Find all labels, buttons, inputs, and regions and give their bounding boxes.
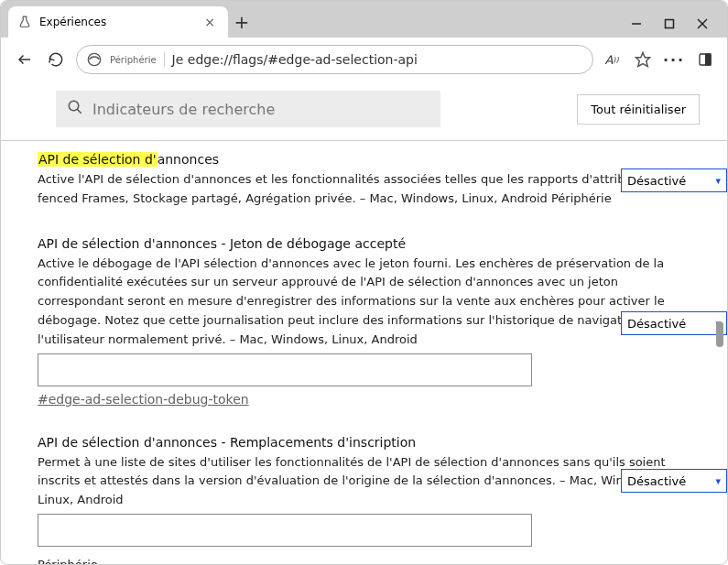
scrollbar-thumb[interactable] [716,321,723,347]
chevron-down-icon: ▾ [715,475,721,487]
flag-state-select[interactable]: Désactivé ▾ [621,311,727,335]
close-tab-button[interactable]: × [201,15,219,29]
page-header: Tout réinitialiser [1,81,727,136]
flag-item: API de sélection d'annonces - Jeton de d… [38,234,690,407]
flag-title: API de sélection d'annonces - Jeton de d… [38,236,406,251]
browser-toolbar: Périphérie Je edge://flags/#edge-ad-sele… [1,38,727,81]
flag-title: API de sélection d'annonces [38,152,219,167]
new-tab-button[interactable]: + [228,6,255,38]
flag-description: Permet à une liste de sites d'utiliser l… [38,453,690,510]
flag-description: Active le débogage de l'API sélection d'… [38,255,690,350]
chevron-down-icon: ▾ [715,175,721,187]
close-window-button[interactable] [694,16,711,32]
back-button[interactable] [14,49,36,71]
titlebar: Expériences × + [1,1,727,38]
flag-item: API de sélection d'annonces - Remplaceme… [38,433,690,565]
maximize-button[interactable] [661,16,678,32]
tab-title: Expériences [39,16,193,28]
flag-title: API de sélection d'annonces - Remplaceme… [38,435,416,450]
search-input[interactable] [92,101,429,118]
refresh-button[interactable] [45,49,67,71]
flag-state-select[interactable]: Désactivé ▾ [621,168,727,192]
flags-content: API de sélection d'annonces Active l'API… [1,141,727,565]
flag-footer: Périphérie [38,556,690,565]
edge-icon [86,51,103,68]
flag-anchor-link[interactable]: #edge-ad-selection-debug-token [38,392,249,407]
select-value: Désactivé [627,174,686,188]
read-aloud-icon[interactable]: A)) [603,50,621,69]
favorite-icon[interactable] [634,50,652,69]
address-bar[interactable]: Périphérie Je edge://flags/#edge-ad-sele… [76,45,593,74]
svg-point-10 [69,101,79,111]
browser-tab[interactable]: Expériences × [8,6,228,38]
window-controls [612,16,727,38]
flags-search[interactable] [56,91,440,127]
reset-all-button[interactable]: Tout réinitialiser [577,94,700,125]
svg-marker-7 [636,53,650,67]
search-icon [67,99,83,119]
svg-line-11 [77,109,81,114]
url-text: Je edge://flags/#edge-ad-selection-api [172,52,583,67]
sidebar-icon[interactable] [696,50,714,69]
svg-rect-2 [666,20,674,28]
flag-description: Active l'API de sélection d'annonces et … [38,170,690,209]
svg-rect-9 [706,54,711,65]
select-value: Désactivé [627,317,686,331]
flag-state-select[interactable]: Désactivé ▾ [621,469,727,493]
flag-text-input[interactable] [38,353,532,386]
select-value: Désactivé [627,474,686,488]
highlight-text: API de sélection d' [38,152,158,167]
more-menu-icon[interactable]: ··· [665,50,683,69]
minimize-button[interactable] [628,16,645,32]
flag-text-input[interactable] [38,514,532,547]
addr-label: Périphérie [110,55,157,65]
flask-icon [17,15,32,29]
flag-item: API de sélection d'annonces Active l'API… [38,150,690,209]
